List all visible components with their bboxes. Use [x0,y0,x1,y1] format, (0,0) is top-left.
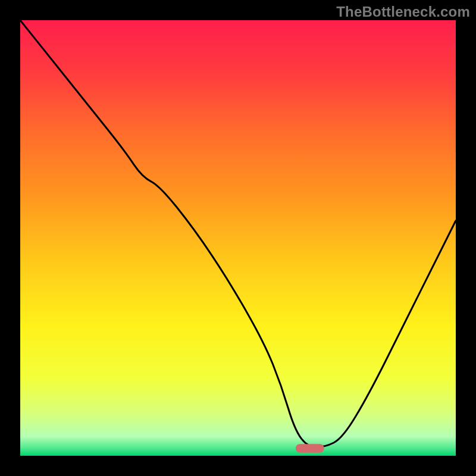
optimal-marker [296,444,324,453]
gradient-background [20,20,456,456]
chart-svg [20,20,456,456]
plot-area [20,20,456,456]
chart-frame: TheBottleneck.com [0,0,476,476]
attribution-label: TheBottleneck.com [336,4,470,20]
